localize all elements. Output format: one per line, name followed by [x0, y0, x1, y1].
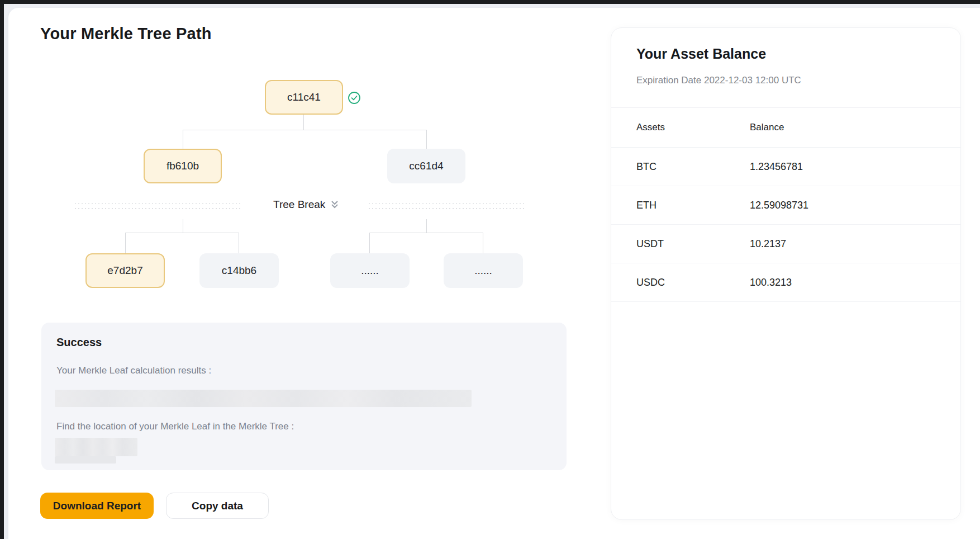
redacted-hash-value	[55, 390, 472, 407]
asset-balance: 12.59098731	[750, 200, 949, 211]
table-row: ETH 12.59098731	[611, 186, 960, 225]
tree-connector	[183, 130, 427, 130]
merkle-node-leaf: c14bb6	[199, 253, 279, 288]
leaf-location-label: Find the location of your Merkle Leaf in…	[56, 421, 294, 432]
merkle-proof-page: Your Merkle Tree Path Tree Break c11c41 …	[0, 0, 980, 539]
tree-break-dotted-line	[369, 208, 524, 209]
verification-result-panel: Success Your Merkle Leaf calculation res…	[41, 323, 567, 470]
tree-break-dotted-line	[369, 204, 524, 204]
asset-balance-card: Your Asset Balance Expiration Date 2022-…	[611, 27, 961, 520]
tree-connector	[239, 233, 239, 253]
tree-break-dotted-line	[75, 204, 241, 204]
table-row: BTC 1.23456781	[611, 148, 960, 186]
redacted-location-value	[55, 456, 116, 464]
result-status: Success	[56, 336, 102, 349]
merkle-node-path: fb610b	[144, 149, 222, 183]
asset-balance: 10.2137	[750, 238, 949, 250]
table-row: USDC 100.3213	[611, 263, 960, 302]
download-report-button[interactable]: Download Report	[40, 493, 154, 519]
expiration-date: Expiration Date 2022-12-03 12:00 UTC	[636, 75, 801, 86]
tree-connector	[369, 233, 483, 233]
asset-name: USDC	[636, 277, 750, 289]
tree-connector	[369, 233, 370, 253]
table-row: USDT 10.2137	[611, 225, 960, 263]
table-header-row: Assets Balance	[611, 108, 960, 148]
asset-name: ETH	[636, 200, 750, 211]
double-chevron-down-icon	[330, 200, 339, 210]
tree-connector	[483, 233, 483, 253]
check-circle-icon	[348, 91, 361, 105]
asset-name: BTC	[636, 161, 750, 173]
tree-connector	[125, 233, 126, 253]
tree-connector	[426, 130, 427, 149]
tree-connector	[426, 219, 427, 233]
tree-connector	[183, 130, 183, 149]
merkle-node-sibling: cc61d4	[387, 149, 465, 183]
asset-balance: 1.23456781	[750, 161, 949, 173]
tree-break-dotted-line	[75, 208, 241, 209]
merkle-node-root: c11c41	[265, 80, 343, 115]
assets-column-header: Assets	[636, 122, 750, 133]
tree-connector	[303, 115, 304, 130]
tree-break-toggle[interactable]: Tree Break	[273, 198, 339, 211]
asset-name: USDT	[636, 238, 750, 250]
balance-column-header: Balance	[750, 122, 949, 133]
tree-connector	[125, 233, 239, 233]
asset-balance: 100.3213	[750, 277, 949, 289]
merkle-node-leaf: e7d2b7	[85, 253, 165, 288]
tree-break-label: Tree Break	[273, 198, 325, 211]
tree-connector	[183, 219, 183, 233]
redacted-location-value	[55, 438, 137, 456]
merkle-node-leaf: ......	[330, 253, 410, 288]
asset-card-title: Your Asset Balance	[636, 46, 766, 62]
copy-data-button[interactable]: Copy data	[166, 493, 269, 519]
page-title: Your Merkle Tree Path	[40, 25, 212, 43]
asset-table: Assets Balance BTC 1.23456781 ETH 12.590…	[611, 108, 960, 302]
calc-results-label: Your Merkle Leaf calculation results :	[56, 365, 211, 376]
merkle-node-leaf: ......	[444, 253, 523, 288]
